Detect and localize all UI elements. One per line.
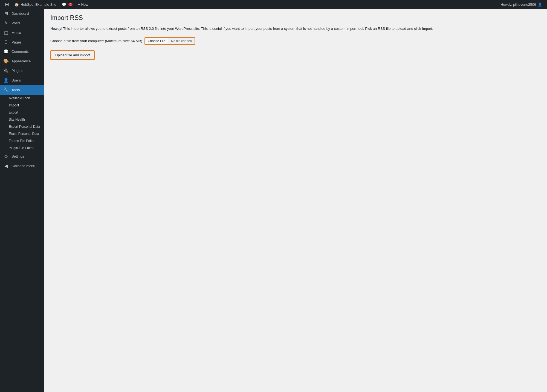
content-box: Howdy! This importer allows you to extra… <box>50 26 540 60</box>
sidebar-item-plugins[interactable]: 🔌 Plugins <box>0 66 44 76</box>
admin-bar: ⊞ 🏠 HubSpot Example Site 💬 0 + New Howdy… <box>0 0 547 9</box>
new-content[interactable]: + New <box>75 0 91 9</box>
sidebar-item-dashboard[interactable]: ⊞ Dashboard <box>0 9 44 18</box>
submenu-erase-personal-data[interactable]: Erase Personal Data <box>0 130 44 137</box>
comments-link[interactable]: 💬 0 <box>59 0 76 9</box>
home-icon: 🏠 <box>15 2 19 7</box>
page-title: Import RSS <box>50 14 540 22</box>
plugins-icon: 🔌 <box>3 68 9 73</box>
sidebar-item-label: Appearance <box>11 59 31 63</box>
file-choose-row: Choose a file from your computer: (Maxim… <box>50 37 540 45</box>
posts-icon: ✎ <box>3 21 9 26</box>
comments-icon: 💬 <box>3 49 9 54</box>
main-content: Import RSS Howdy! This importer allows y… <box>44 9 547 392</box>
sidebar-item-appearance[interactable]: 🎨 Appearance <box>0 56 44 66</box>
sidebar-item-label: Media <box>11 31 21 35</box>
users-icon: 👤 <box>3 78 9 83</box>
file-choose-label: Choose a file from your computer: (Maxim… <box>50 39 142 43</box>
site-name[interactable]: 🏠 HubSpot Example Site <box>12 0 59 9</box>
tools-icon: 🔧 <box>3 87 9 92</box>
appearance-icon: 🎨 <box>3 59 9 64</box>
submenu-available-tools[interactable]: Available Tools <box>0 95 44 102</box>
submenu-plugin-file-editor[interactable]: Plugin File Editor <box>0 144 44 152</box>
sidebar: ⊞ Dashboard ✎ Posts ◫ Media 🗋 Pages 💬 Co… <box>0 9 44 392</box>
choose-file-button[interactable]: Choose File <box>145 38 168 44</box>
submenu-theme-file-editor[interactable]: Theme File Editor <box>0 137 44 144</box>
submenu-import[interactable]: Import <box>0 102 44 109</box>
sidebar-item-label: Dashboard <box>11 11 29 16</box>
media-icon: ◫ <box>3 30 9 35</box>
dashboard-icon: ⊞ <box>3 11 9 16</box>
no-file-text: No file chosen <box>168 38 195 44</box>
tools-submenu: Available Tools Import Export Site Healt… <box>0 95 44 152</box>
settings-icon: ⚙ <box>3 154 9 159</box>
submenu-export-personal-data[interactable]: Export Personal Data <box>0 123 44 130</box>
wp-logo[interactable]: ⊞ <box>2 0 12 9</box>
collapse-menu[interactable]: ◀ Collapse menu <box>0 161 44 171</box>
upload-import-button[interactable]: Upload file and import <box>50 50 95 60</box>
sidebar-item-label: Posts <box>11 21 21 25</box>
user-info[interactable]: Howdy, pijitevune2506 👤 <box>498 0 545 9</box>
submenu-site-health[interactable]: Site Health <box>0 116 44 123</box>
sidebar-item-media[interactable]: ◫ Media <box>0 28 44 37</box>
sidebar-item-label: Plugins <box>11 69 23 73</box>
description-text: Howdy! This importer allows you to extra… <box>50 26 540 32</box>
file-input-wrapper: Choose File No file chosen <box>144 37 195 45</box>
submenu-export[interactable]: Export <box>0 109 44 116</box>
sidebar-item-label: Users <box>11 78 21 82</box>
sidebar-item-settings[interactable]: ⚙ Settings <box>0 152 44 161</box>
sidebar-item-posts[interactable]: ✎ Posts <box>0 18 44 28</box>
sidebar-item-comments[interactable]: 💬 Comments <box>0 47 44 56</box>
comment-icon: 💬 <box>62 2 66 7</box>
sidebar-item-label: Comments <box>11 50 29 54</box>
sidebar-item-label: Settings <box>11 154 24 158</box>
sidebar-item-label: Tools <box>11 88 20 92</box>
sidebar-item-tools[interactable]: 🔧 Tools <box>0 85 44 95</box>
collapse-icon: ◀ <box>3 163 9 169</box>
sidebar-item-pages[interactable]: 🗋 Pages <box>0 37 44 47</box>
sidebar-item-label: Pages <box>11 40 22 44</box>
pages-icon: 🗋 <box>3 40 9 45</box>
sidebar-item-users[interactable]: 👤 Users <box>0 76 44 85</box>
avatar: 👤 <box>538 2 542 7</box>
